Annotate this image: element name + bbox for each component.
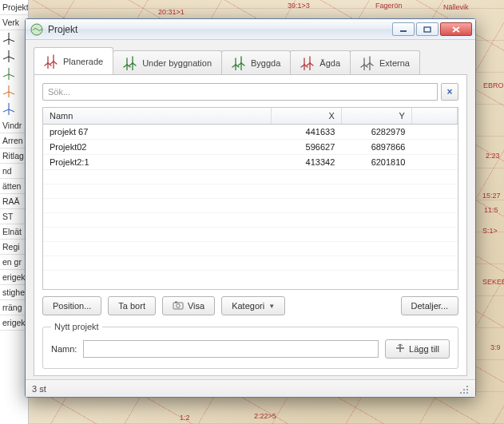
map-label: EBRO (483, 81, 504, 89)
sidebar-item: rräng (0, 300, 28, 315)
table-row (43, 241, 458, 256)
table-row (43, 184, 458, 198)
table-row (43, 256, 458, 270)
cell-y: 6282979 (341, 124, 411, 139)
cell-x: 441633 (271, 124, 341, 139)
turbine-icon (2, 67, 15, 80)
name-label: Namn: (51, 344, 77, 354)
sidebar-item: Projekt (0, 0, 28, 15)
map-label: Fagerön (375, 2, 403, 10)
turbine-icon (360, 56, 375, 70)
search-input[interactable] (42, 83, 438, 101)
turbine-icon (2, 32, 15, 45)
sidebar-item: Arren (0, 133, 28, 149)
tab-label: Under byggnation (142, 58, 212, 68)
show-button[interactable]: Visa (162, 296, 215, 315)
cell-y: 6897866 (341, 139, 411, 154)
turbine-icon (232, 56, 246, 70)
svg-line-11 (9, 74, 14, 77)
cell-name: Projekt02 (43, 139, 271, 154)
turbine-icon (2, 50, 15, 62)
col-header-name[interactable]: Namn (43, 108, 271, 124)
tab-label: Ägda (319, 58, 340, 68)
table-row[interactable]: projekt 674416336282979 (43, 124, 458, 139)
sidebar-item: en gr (0, 255, 28, 270)
resize-grip[interactable] (458, 383, 469, 394)
sidebar-item: Ritlag (0, 149, 28, 164)
tab-agda[interactable]: Ägda (290, 50, 351, 74)
cell-x: 413342 (271, 154, 341, 169)
svg-point-66 (177, 303, 181, 307)
remove-button[interactable]: Ta bort (108, 296, 156, 315)
cell-x: 596627 (271, 139, 341, 154)
maximize-button[interactable] (416, 22, 439, 36)
new-project-group: Nytt projekt Namn: Lägg till (42, 322, 458, 369)
cell-name: projekt 67 (43, 124, 271, 139)
map-label: S:1> (482, 227, 498, 235)
window-title: Projekt (48, 24, 392, 35)
tab-externa[interactable]: Externa (350, 50, 420, 74)
new-project-legend: Nytt projekt (51, 322, 102, 331)
sidebar-item: Vindr (0, 118, 28, 133)
close-button[interactable] (440, 22, 472, 36)
svg-rect-22 (424, 27, 431, 32)
sidebar-item: erigek (0, 270, 28, 285)
svg-line-14 (3, 92, 9, 94)
cell-name: Projekt2:1 (43, 154, 271, 169)
name-input[interactable] (83, 340, 379, 358)
sidebar-item: RAÄ (0, 194, 28, 209)
svg-line-2 (3, 39, 9, 42)
sidebar-item: Regi (0, 240, 28, 255)
project-table[interactable]: Namn X Y projekt 674416336282979Projekt0… (42, 107, 458, 290)
col-header-spare[interactable] (411, 108, 457, 124)
svg-line-15 (9, 92, 14, 94)
map-label: 2:22>5 (254, 412, 276, 420)
add-button[interactable]: Lägg till (385, 339, 450, 359)
add-icon (395, 343, 405, 355)
map-label: 3:9 (490, 343, 501, 351)
clear-search-button[interactable]: × (441, 83, 458, 101)
close-icon: × (446, 86, 452, 97)
svg-line-7 (9, 57, 14, 59)
table-row (43, 198, 458, 212)
turbine-icon (123, 56, 137, 70)
table-row[interactable]: Projekt2:14133426201810 (43, 154, 458, 169)
category-button[interactable]: Kategori▼ (221, 296, 285, 315)
tab-label: Externa (379, 58, 410, 68)
app-icon (30, 23, 43, 36)
project-dialog: Projekt PlaneradeUnder byggnationByggdaÄ… (25, 18, 476, 398)
table-row (43, 227, 458, 241)
col-header-y[interactable]: Y (341, 108, 411, 124)
table-row[interactable]: Projekt025966276897866 (43, 139, 458, 154)
map-label: 39:1>3 (288, 2, 310, 10)
table-row (43, 212, 458, 227)
tab-byggda[interactable]: Byggda (221, 50, 291, 74)
sidebar-item: erigekartan (0, 315, 28, 331)
details-button[interactable]: Detaljer... (401, 296, 458, 315)
map-label: 1:2 (180, 414, 190, 422)
svg-line-6 (3, 57, 9, 59)
chevron-down-icon: ▼ (268, 303, 275, 310)
map-label: 20:31>1 (158, 8, 185, 16)
minimize-button[interactable] (392, 22, 415, 36)
map-label: 11:5 (484, 206, 498, 214)
tab-strip: PlaneradeUnder byggnationByggdaÄgdaExter… (34, 46, 467, 75)
titlebar[interactable]: Projekt (26, 19, 475, 40)
cell-y: 6201810 (341, 154, 411, 169)
turbine-icon (44, 54, 58, 69)
tab-planerade[interactable]: Planerade (34, 47, 113, 74)
position-button[interactable]: Position... (42, 296, 101, 315)
camera-icon (173, 301, 184, 311)
sidebar-item: ätten (0, 179, 28, 194)
map-label: SEKEB (482, 278, 504, 286)
map-label: 2:23 (486, 152, 500, 160)
turbine-icon (2, 102, 15, 115)
tab-under[interactable]: Under byggnation (113, 50, 222, 74)
col-header-x[interactable]: X (271, 108, 341, 124)
map-label: Nällevik (443, 3, 469, 11)
svg-rect-67 (175, 301, 177, 303)
status-bar: 3 st (26, 379, 475, 397)
turbine-icon (300, 56, 315, 70)
table-row (43, 169, 458, 184)
svg-line-3 (9, 39, 14, 42)
